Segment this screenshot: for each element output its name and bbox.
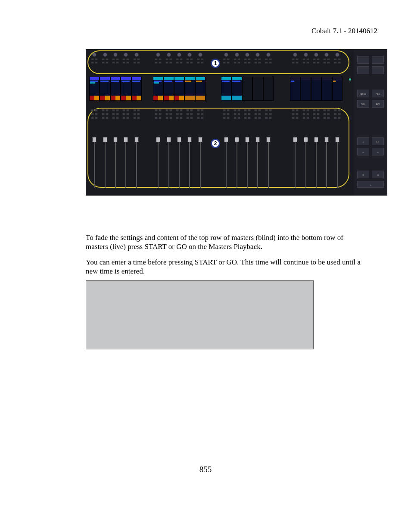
next-icon: ▸▸ [377,140,379,143]
prev-button[interactable]: « [357,137,369,145]
fader[interactable] [311,134,321,188]
encoder[interactable] [252,109,263,132]
encoder[interactable] [290,109,300,132]
fader[interactable] [110,134,121,188]
encoder[interactable] [311,109,321,132]
fader[interactable] [195,134,206,188]
encoder[interactable] [100,109,110,132]
encoder[interactable] [121,109,131,132]
label: FIX [376,103,380,106]
fader[interactable] [131,134,142,188]
encoder[interactable] [121,52,131,75]
sidebar-button[interactable]: PLY [372,90,384,97]
master-display [100,77,110,101]
bank [221,77,274,101]
fader[interactable] [290,134,300,188]
fader[interactable] [163,134,174,188]
pause-button[interactable]: II [357,171,369,178]
encoder[interactable] [153,52,163,75]
master-display [163,77,174,101]
encoder[interactable] [332,109,342,132]
encoder[interactable] [174,109,184,132]
rewind-button[interactable]: ‹‹ [357,148,369,156]
fader[interactable] [184,134,195,188]
fader[interactable] [231,134,242,188]
encoder[interactable] [163,109,174,132]
encoder[interactable] [195,109,206,132]
fader[interactable] [242,134,252,188]
sidebar-button[interactable]: SEL [357,100,369,108]
encoder[interactable] [263,109,274,132]
encoder[interactable] [89,109,100,132]
master-display [252,77,263,101]
label: SEL [361,103,365,106]
encoder[interactable] [110,52,121,75]
fader[interactable] [121,134,131,188]
encoder[interactable] [242,109,252,132]
encoder[interactable] [100,52,110,75]
encoder[interactable] [184,52,195,75]
encoder[interactable] [242,52,252,75]
encoder[interactable] [231,109,242,132]
encoder[interactable] [131,52,142,75]
fader[interactable] [321,134,332,188]
sidebar-controls: SHC PLY SEL FIX « ▸▸ ‹‹ ›› II □ > [354,49,387,196]
bank [221,134,274,188]
encoder[interactable] [195,52,206,75]
sidebar-button[interactable] [372,56,384,64]
encoder[interactable] [89,52,100,75]
sidebar-button[interactable] [357,56,369,64]
forward-icon: ›› [377,151,379,153]
encoder[interactable] [221,52,231,75]
encoder[interactable] [131,109,142,132]
screenshot-figure: 1 2 [86,49,387,196]
encoder[interactable] [311,52,321,75]
encoder[interactable] [221,109,231,132]
sidebar-button[interactable] [357,66,369,74]
encoder[interactable] [321,109,332,132]
master-display [311,77,321,101]
encoder[interactable] [300,109,311,132]
encoder[interactable] [184,109,195,132]
bank [153,109,206,132]
fader[interactable] [263,134,274,188]
encoder[interactable] [231,52,242,75]
fader[interactable] [89,134,100,188]
fader[interactable] [332,134,342,188]
bank [290,109,342,132]
encoder[interactable] [252,52,263,75]
forward-button[interactable]: ›› [372,148,384,156]
next-button[interactable]: ▸▸ [372,137,384,145]
stop-button[interactable]: □ [372,171,384,178]
callout-label: 1 [214,60,217,66]
sidebar-button[interactable]: FIX [372,100,384,108]
fader[interactable] [221,134,231,188]
master-display-row [86,77,354,101]
rewind-icon: ‹‹ [362,151,364,153]
bank [153,52,206,75]
encoder[interactable] [153,109,163,132]
callout-label: 2 [214,140,217,146]
body-paragraph-1: To fade the settings and content of the … [86,233,367,252]
encoder[interactable] [332,52,342,75]
encoder[interactable] [174,52,184,75]
sidebar-button[interactable] [372,66,384,74]
callout-badge-1: 1 [211,59,220,68]
label: PLY [376,93,380,95]
sidebar-button[interactable]: SHC [357,90,369,97]
fader[interactable] [252,134,263,188]
fader[interactable] [153,134,163,188]
encoder[interactable] [263,52,274,75]
go-button[interactable]: > [357,181,384,188]
encoder[interactable] [321,52,332,75]
fader[interactable] [174,134,184,188]
master-display [231,77,242,101]
fader[interactable] [300,134,311,188]
encoder[interactable] [300,52,311,75]
fader[interactable] [100,134,110,188]
encoder[interactable] [290,52,300,75]
encoder[interactable] [163,52,174,75]
bank [153,77,206,101]
encoder[interactable] [110,109,121,132]
pause-icon: II [362,174,364,176]
